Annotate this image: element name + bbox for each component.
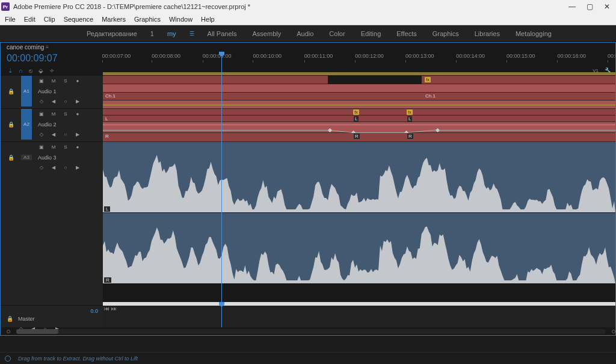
close-button[interactable]: ✕	[604, 2, 610, 11]
a3-rec-icon[interactable]: ●	[74, 144, 81, 151]
a1-prev-kf[interactable]: ◀	[50, 98, 57, 105]
work-area-bar[interactable]	[103, 72, 615, 75]
menu-markers[interactable]: Markers	[102, 16, 126, 23]
a1-level-line[interactable]	[103, 105, 615, 105]
workspace-metalogging[interactable]: Metalogging	[513, 30, 554, 37]
maximize-button[interactable]: ▢	[587, 2, 593, 11]
workspace-menu-icon[interactable]: ☰	[189, 31, 194, 37]
sequence-name: canoe coming	[7, 44, 44, 51]
playhead-timecode[interactable]: 00:00:09:07	[1, 53, 97, 64]
ruler-tick: 00:00:17:00	[608, 53, 616, 59]
a3-mute-button[interactable]: M	[50, 144, 57, 151]
keyframe-4[interactable]	[436, 128, 440, 132]
settings-icon[interactable]: ✧	[49, 67, 54, 74]
goto-start-icon[interactable]: ⏮	[104, 306, 109, 312]
menu-bar: File Edit Clip Sequence Markers Graphics…	[0, 13, 616, 25]
a3-clip-area[interactable]: L R	[103, 142, 615, 284]
a1-clip-area[interactable]: fx Ch.1 Ch.1	[103, 76, 615, 109]
keyframe-1[interactable]	[328, 128, 332, 132]
a1-mute-button[interactable]: M	[50, 78, 57, 85]
link-icon[interactable]: ⎋	[29, 67, 32, 74]
a2-eye-icon[interactable]: ▣	[38, 111, 45, 118]
snap-icon[interactable]: ∩	[19, 67, 23, 74]
a2-prev-kf[interactable]: ◀	[50, 131, 57, 138]
workspace-editing[interactable]: Редактирование	[84, 30, 140, 37]
a2-keyframe-icon[interactable]: ◇	[38, 131, 45, 138]
waveform-left[interactable]: L	[103, 142, 615, 213]
a2-solo-button[interactable]: S	[62, 111, 69, 118]
fx-badge-a2-r[interactable]: fx	[407, 110, 413, 115]
goto-end-icon[interactable]: ⏭	[111, 306, 117, 312]
a3-name: Audio 3	[32, 155, 57, 161]
menu-file[interactable]: File	[5, 16, 16, 23]
a1-solo-button[interactable]: S	[62, 78, 69, 85]
playhead[interactable]	[221, 52, 222, 306]
a3-add-kf[interactable]: ○	[62, 164, 69, 171]
a2-next-kf[interactable]: ▶	[74, 131, 81, 138]
a1-target[interactable]: A1	[21, 86, 32, 96]
a3-target[interactable]: A3	[21, 155, 32, 160]
a3-next-kf[interactable]: ▶	[74, 164, 81, 171]
a2-mute-button[interactable]: M	[50, 111, 57, 118]
a2-level-line-top[interactable]	[103, 125, 615, 125]
fx-badge-a1[interactable]: fx	[425, 77, 431, 82]
a2-target[interactable]: A2	[21, 119, 32, 129]
menu-help[interactable]: Help	[201, 16, 215, 23]
workspace-audio[interactable]: Audio	[294, 30, 316, 37]
track-header-a3[interactable]: ▣ M S ● 🔒 A3 Audio 3 ◇ ◀ ○ ▶	[1, 142, 103, 306]
wave-L-label: L	[104, 206, 110, 212]
menu-clip[interactable]: Clip	[44, 16, 55, 23]
zoom-out-button[interactable]	[7, 330, 10, 333]
timecode-row: 00:00:09:07 00:00:07:0000:00:08:0000:00:…	[0, 52, 616, 65]
workspace-allpanels[interactable]: All Panels	[205, 30, 239, 37]
workspace-assembly[interactable]: Assembly	[250, 30, 284, 37]
master-playhead[interactable]	[221, 302, 222, 327]
a3-keyframe-icon[interactable]: ◇	[38, 164, 45, 171]
a3-prev-kf[interactable]: ◀	[50, 164, 57, 171]
a1-rec-icon[interactable]: ●	[74, 78, 81, 85]
a1-keyframe-icon[interactable]: ◇	[38, 98, 45, 105]
zoom-in-button[interactable]	[612, 330, 615, 333]
a1-next-kf[interactable]: ▶	[74, 98, 81, 105]
track-header-a2[interactable]: ▣ M S ● 🔒 A2 Audio 2 ◇ ◀ ○ ▶	[1, 109, 103, 142]
h-scrollbar[interactable]	[16, 329, 606, 334]
a3-eye-icon[interactable]: ▣	[38, 144, 45, 151]
fx-badge-a2-l[interactable]: fx	[353, 110, 359, 115]
menu-edit[interactable]: Edit	[24, 16, 35, 23]
menu-graphics[interactable]: Graphics	[134, 16, 161, 23]
a2-rec-icon[interactable]: ●	[74, 111, 81, 118]
a3-lock-icon[interactable]: 🔒	[8, 155, 14, 161]
sequence-tab[interactable]: canoe coming ≡	[0, 42, 616, 52]
master-timeline[interactable]: ⏮ ⏭	[103, 306, 615, 327]
master-value[interactable]: 0.0	[1, 308, 103, 314]
marker-icon[interactable]: ⬙	[38, 67, 43, 74]
h-scroll-thumb[interactable]	[16, 329, 58, 334]
workspace-color[interactable]: Color	[327, 30, 347, 37]
workspace-graphics[interactable]: Graphics	[430, 30, 461, 37]
timeline-content[interactable]: fx Ch.1 Ch.1 fx fx L L L	[103, 76, 615, 306]
ruler-tick: 00:00:15:00	[507, 53, 535, 59]
a2-add-kf[interactable]: ○	[62, 131, 69, 138]
workspace-editing-tab[interactable]: Editing	[359, 30, 384, 37]
timeline-scrollbar-thumb[interactable]	[103, 302, 615, 306]
a1-add-kf[interactable]: ○	[62, 98, 69, 105]
a3-solo-button[interactable]: S	[62, 144, 69, 151]
minimize-button[interactable]: —	[568, 2, 576, 11]
a2-R-mark1: R	[354, 134, 360, 139]
workspace-libraries[interactable]: Libraries	[472, 30, 502, 37]
master-lock-icon[interactable]: 🔒	[7, 316, 13, 322]
waveform-right[interactable]: R	[103, 213, 615, 284]
insert-tool-icon[interactable]: ⇣	[8, 67, 13, 74]
workspace-my[interactable]: my	[165, 30, 179, 37]
sequence-menu-icon[interactable]: ≡	[46, 45, 49, 50]
a2-clip-area[interactable]: fx fx L L L R R	[103, 109, 615, 142]
a1-eye-icon[interactable]: ▣	[38, 78, 45, 85]
track-header-a1[interactable]: ▣ M S ● 🔒 A1 Audio 1 ◇ ◀ ○ ▶	[1, 76, 103, 109]
a1-lock-icon[interactable]: 🔒	[8, 88, 14, 94]
menu-window[interactable]: Window	[169, 16, 192, 23]
workspace-effects[interactable]: Effects	[394, 30, 419, 37]
a2-lock-icon[interactable]: 🔒	[8, 122, 14, 128]
time-ruler[interactable]: 00:00:07:0000:00:08:0000:00:09:0000:00:1…	[97, 52, 615, 65]
ruler-tick: 00:00:07:00	[102, 53, 131, 59]
menu-sequence[interactable]: Sequence	[64, 16, 94, 23]
